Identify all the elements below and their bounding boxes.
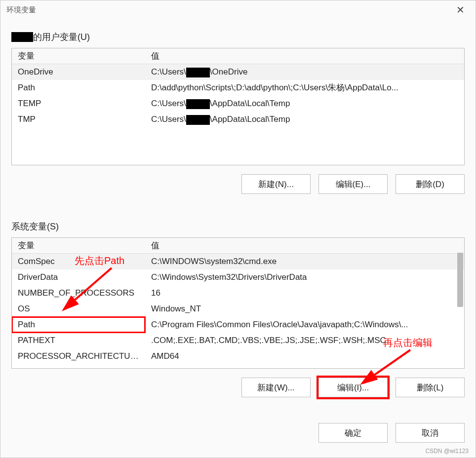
val-cell: .COM;.EXE;.BAT;.CMD;.VBS;.VBE;.JS;.JSE;.…	[145, 333, 464, 348]
redacted-text	[186, 68, 210, 77]
var-cell: PROCESSOR_IDENTIFIER	[12, 364, 145, 369]
sys-delete-button[interactable]: 删除(L)	[396, 378, 465, 397]
table-row[interactable]: OSWindows_NT	[12, 301, 464, 317]
user-vars-table[interactable]: 变量 值 OneDriveC:\Users\\OneDrivePathD:\ad…	[11, 48, 465, 165]
table-row[interactable]: PROCESSOR_IDENTIFIERAMD64 Family 25 Mode…	[12, 364, 464, 369]
var-cell: TEMP	[12, 96, 145, 112]
val-cell: Windows_NT	[145, 301, 464, 317]
close-icon[interactable]: ✕	[451, 2, 470, 18]
var-cell: NUMBER_OF_PROCESSORS	[12, 285, 145, 301]
table-row[interactable]: DriverDataC:\Windows\System32\Drivers\Dr…	[12, 269, 464, 285]
table-row[interactable]: PROCESSOR_ARCHITECTUREAMD64	[12, 348, 464, 364]
user-new-button[interactable]: 新建(N)...	[241, 174, 311, 194]
var-cell: Path	[12, 317, 145, 333]
user-vars-title: 的用户变量(U)	[11, 31, 465, 43]
sys-vars-table[interactable]: 变量 值 ComSpecC:\WINDOWS\system32\cmd.exeD…	[11, 237, 465, 369]
table-row[interactable]: ComSpecC:\WINDOWS\system32\cmd.exe	[12, 254, 464, 270]
user-vars-section: 的用户变量(U) 变量 值 OneDriveC:\Users\\OneDrive…	[11, 31, 465, 201]
col-value[interactable]: 值	[145, 238, 464, 254]
titlebar: 环境变量 ✕	[0, 0, 476, 19]
sys-vars-title: 系统变量(S)	[11, 221, 465, 232]
val-cell: C:\Windows\System32\Drivers\DriverData	[145, 269, 464, 285]
sys-vars-section: 系统变量(S) 变量 值 ComSpecC:\WINDOWS\system32\…	[11, 221, 465, 404]
col-value[interactable]: 值	[145, 48, 464, 64]
table-row[interactable]: PathC:\Program Files\Common Files\Oracle…	[12, 317, 464, 333]
val-cell: C:\Program Files\Common Files\Oracle\Jav…	[145, 317, 464, 333]
redacted-text	[186, 115, 210, 125]
var-cell: Path	[12, 80, 145, 96]
var-cell: OS	[12, 301, 145, 317]
var-cell: ComSpec	[12, 254, 145, 270]
user-edit-button[interactable]: 编辑(E)...	[318, 174, 388, 194]
val-cell: AMD64	[145, 348, 464, 364]
val-cell: AMD64 Family 25 Model 68 Stepping 1, Aut…	[145, 364, 464, 369]
window-title: 环境变量	[6, 5, 36, 15]
sys-new-button[interactable]: 新建(W)...	[241, 378, 311, 397]
val-cell: C:\Users\\AppData\Local\Temp	[145, 112, 464, 127]
val-cell: 16	[145, 285, 464, 301]
val-cell: D:\add\python\Scripts\;D:\add\python\;C:…	[145, 80, 464, 96]
cancel-button[interactable]: 取消	[396, 423, 465, 443]
val-cell: C:\Users\\AppData\Local\Temp	[145, 96, 464, 112]
var-cell: PROCESSOR_ARCHITECTURE	[12, 348, 145, 364]
val-cell: C:\WINDOWS\system32\cmd.exe	[145, 254, 464, 270]
col-variable[interactable]: 变量	[12, 238, 145, 254]
var-cell: TMP	[12, 112, 145, 127]
sys-edit-button[interactable]: 编辑(I)...	[318, 378, 388, 397]
redacted-username	[11, 32, 33, 42]
watermark: CSDN @wi1123	[425, 448, 469, 455]
dialog-buttons: 确定 取消	[0, 409, 476, 443]
redacted-text	[186, 99, 210, 109]
var-cell: OneDrive	[12, 64, 145, 80]
env-vars-dialog: 环境变量 ✕ 的用户变量(U) 变量 值 OneDriveC:\Users\\O…	[0, 0, 476, 458]
table-row[interactable]: PathD:\add\python\Scripts\;D:\add\python…	[12, 80, 464, 96]
scrollbar-thumb[interactable]	[457, 253, 463, 307]
table-row[interactable]: PATHEXT.COM;.EXE;.BAT;.CMD;.VBS;.VBE;.JS…	[12, 333, 464, 348]
table-row[interactable]: TEMPC:\Users\\AppData\Local\Temp	[12, 96, 464, 112]
user-delete-button[interactable]: 删除(D)	[396, 174, 465, 194]
var-cell: PATHEXT	[12, 333, 145, 348]
var-cell: DriverData	[12, 269, 145, 285]
table-row[interactable]: TMPC:\Users\\AppData\Local\Temp	[12, 112, 464, 127]
table-row[interactable]: NUMBER_OF_PROCESSORS16	[12, 285, 464, 301]
col-variable[interactable]: 变量	[12, 48, 145, 64]
val-cell: C:\Users\\OneDrive	[145, 64, 464, 80]
ok-button[interactable]: 确定	[318, 423, 388, 443]
table-row[interactable]: OneDriveC:\Users\\OneDrive	[12, 64, 464, 80]
